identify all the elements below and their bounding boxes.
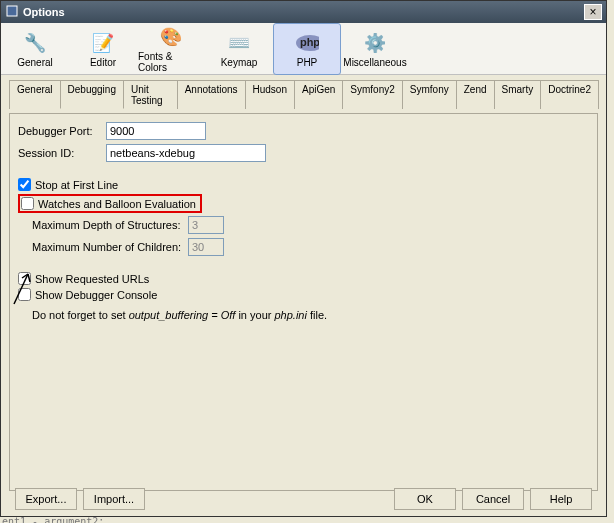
category-toolbar: 🔧 General 📝 Editor 🎨 Fonts & Colors ⌨️ K… — [1, 23, 606, 75]
category-general-label: General — [17, 57, 53, 68]
window-title: Options — [23, 6, 65, 18]
tab-unit-testing[interactable]: Unit Testing — [123, 80, 178, 109]
cancel-button[interactable]: Cancel — [462, 488, 524, 510]
sub-tabs: General Debugging Unit Testing Annotatio… — [9, 79, 598, 109]
import-button[interactable]: Import... — [83, 488, 145, 510]
hint-text-2: in your — [235, 309, 274, 321]
category-fonts[interactable]: 🎨 Fonts & Colors — [137, 23, 205, 75]
output-buffering-hint: Do not forget to set output_buffering = … — [32, 309, 589, 321]
export-button[interactable]: Export... — [15, 488, 77, 510]
tab-apigen[interactable]: ApiGen — [294, 80, 343, 109]
category-editor[interactable]: 📝 Editor — [69, 23, 137, 75]
category-misc[interactable]: ⚙️ Miscellaneous — [341, 23, 409, 75]
max-depth-label: Maximum Depth of Structures: — [32, 219, 188, 231]
category-general[interactable]: 🔧 General — [1, 23, 69, 75]
ok-button[interactable]: OK — [394, 488, 456, 510]
category-keymap-label: Keymap — [221, 57, 258, 68]
max-children-input — [188, 238, 224, 256]
help-button[interactable]: Help — [530, 488, 592, 510]
session-id-input[interactable] — [106, 144, 266, 162]
show-debugger-console-label: Show Debugger Console — [35, 289, 157, 301]
show-debugger-console-checkbox[interactable] — [18, 288, 31, 301]
hint-em-2: php.ini — [274, 309, 306, 321]
tab-doctrine2[interactable]: Doctrine2 — [540, 80, 599, 109]
show-requested-urls-checkbox[interactable] — [18, 272, 31, 285]
tab-symfony2[interactable]: Symfony2 — [342, 80, 402, 109]
debugger-port-label: Debugger Port: — [18, 125, 106, 137]
hint-text-1: Do not forget to set — [32, 309, 129, 321]
gears-icon: ⚙️ — [363, 31, 387, 55]
app-icon — [5, 4, 19, 20]
wrench-icon: 🔧 — [23, 31, 47, 55]
max-children-label: Maximum Number of Children: — [32, 241, 188, 253]
stop-first-line-checkbox[interactable] — [18, 178, 31, 191]
options-window: Options × 🔧 General 📝 Editor 🎨 Fonts & C… — [0, 0, 607, 517]
tab-symfony[interactable]: Symfony — [402, 80, 457, 109]
category-fonts-label: Fonts & Colors — [138, 51, 204, 73]
stop-first-line-label: Stop at First Line — [35, 179, 118, 191]
watches-highlight: Watches and Balloon Evaluation — [18, 194, 202, 213]
debugging-panel: Debugger Port: Session ID: Stop at First… — [9, 113, 598, 491]
category-keymap[interactable]: ⌨️ Keymap — [205, 23, 273, 75]
category-php[interactable]: php PHP — [273, 23, 341, 75]
category-editor-label: Editor — [90, 57, 116, 68]
watches-balloon-checkbox[interactable] — [21, 197, 34, 210]
php-icon: php — [295, 31, 319, 55]
svg-rect-0 — [7, 6, 17, 16]
hint-em-1: output_buffering = Off — [129, 309, 236, 321]
category-php-label: PHP — [297, 57, 318, 68]
tab-general[interactable]: General — [9, 80, 61, 109]
category-misc-label: Miscellaneous — [343, 57, 406, 68]
tab-debugging[interactable]: Debugging — [60, 80, 124, 109]
session-id-label: Session ID: — [18, 147, 106, 159]
max-depth-input — [188, 216, 224, 234]
debugger-port-input[interactable] — [106, 122, 206, 140]
tab-zend[interactable]: Zend — [456, 80, 495, 109]
show-requested-urls-label: Show Requested URLs — [35, 273, 149, 285]
background-code-fragment: ent1 - argument2; — [2, 516, 104, 523]
watches-balloon-label: Watches and Balloon Evaluation — [38, 198, 196, 210]
hint-text-3: file. — [307, 309, 327, 321]
button-bar: Export... Import... OK Cancel Help — [1, 488, 606, 510]
svg-text:php: php — [300, 36, 319, 48]
palette-icon: 🎨 — [159, 25, 183, 49]
titlebar: Options × — [1, 1, 606, 23]
tab-hudson[interactable]: Hudson — [245, 80, 295, 109]
tab-smarty[interactable]: Smarty — [494, 80, 542, 109]
editor-icon: 📝 — [91, 31, 115, 55]
tab-annotations[interactable]: Annotations — [177, 80, 246, 109]
keyboard-icon: ⌨️ — [227, 31, 251, 55]
close-button[interactable]: × — [584, 4, 602, 20]
